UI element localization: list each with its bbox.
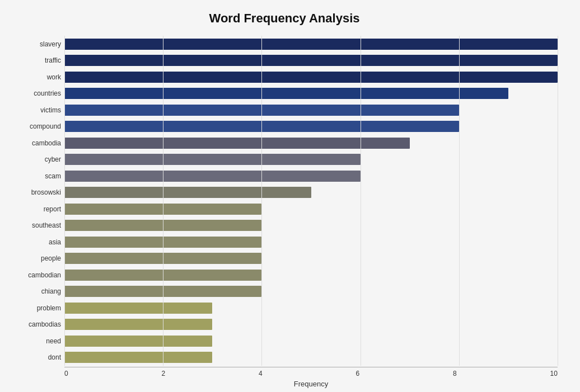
y-label: chiang (41, 288, 61, 295)
bar-row (64, 71, 558, 83)
bar-row (64, 38, 558, 50)
bar (64, 253, 261, 264)
x-tick: 0 (64, 370, 68, 377)
bar (64, 319, 212, 330)
y-label: cambodian (28, 272, 61, 278)
y-label: cambodia (32, 140, 61, 147)
grid-line (558, 36, 558, 366)
y-label: traffic (45, 57, 61, 64)
y-label: asia (49, 239, 61, 245)
bar (64, 88, 508, 99)
bar (64, 270, 261, 281)
x-tick: 8 (453, 370, 457, 377)
x-tick: 2 (162, 370, 166, 377)
y-label: scam (45, 173, 61, 180)
bar-row (64, 269, 558, 281)
y-label: compound (30, 123, 61, 130)
bar (64, 286, 261, 297)
y-label: southeast (32, 222, 61, 229)
x-axis-label: Frequency (294, 380, 328, 388)
chart-area: slaverytrafficworkcountriesvictimscompou… (11, 36, 558, 366)
y-label: victims (40, 107, 61, 114)
bars-area (64, 36, 558, 366)
bar (64, 105, 459, 116)
bar (64, 336, 212, 347)
bar-row (64, 318, 558, 330)
bar-row (64, 87, 558, 100)
bar-row (64, 186, 558, 199)
bar-row (64, 170, 558, 182)
bar-row (64, 120, 558, 133)
bar-row (64, 335, 558, 347)
x-ticks: 0246810 (64, 367, 558, 377)
bar-row (64, 203, 558, 215)
y-label: cyber (45, 156, 61, 163)
bar-row (64, 252, 558, 265)
y-labels: slaverytrafficworkcountriesvictimscompou… (11, 36, 64, 366)
x-tick: 4 (259, 370, 263, 377)
bar (64, 154, 361, 165)
bar (64, 303, 212, 314)
bar-row (64, 153, 558, 166)
grid-line (261, 36, 262, 366)
bar (64, 72, 558, 83)
chart-title: Word Frequency Analysis (11, 11, 558, 26)
bar (64, 237, 261, 248)
bar (64, 352, 212, 363)
bar-row (64, 236, 558, 248)
bar-row (64, 285, 558, 297)
x-tick: 10 (550, 370, 558, 377)
bar (64, 39, 558, 50)
x-tick: 6 (356, 370, 360, 377)
chart-container: Word Frequency Analysis slaverytrafficwo… (0, 0, 580, 392)
y-label: dont (48, 354, 61, 361)
bar (64, 187, 311, 198)
bar-row (64, 302, 558, 314)
grid-line (163, 36, 163, 366)
y-label: report (44, 206, 61, 212)
bar-row (64, 54, 558, 67)
bar-row (64, 351, 558, 363)
bar (64, 138, 410, 149)
y-label: work (47, 74, 61, 81)
y-label: cambodias (29, 321, 61, 328)
x-axis-area: 0246810Frequency (64, 367, 558, 388)
grid-line (459, 36, 460, 366)
grid-line (361, 36, 361, 366)
y-label: slavery (40, 41, 61, 48)
bar-row (64, 137, 558, 149)
bar-row (64, 104, 558, 116)
y-label: countries (34, 90, 61, 97)
y-label: people (41, 255, 61, 262)
y-label: need (46, 338, 61, 344)
bar (64, 55, 558, 66)
y-label: problem (37, 305, 61, 311)
bar (64, 171, 361, 182)
bar (64, 220, 261, 231)
bar (64, 121, 459, 132)
bar (64, 204, 261, 215)
bar-row (64, 219, 558, 232)
y-label: brosowski (31, 189, 61, 196)
grid-line (64, 36, 65, 366)
